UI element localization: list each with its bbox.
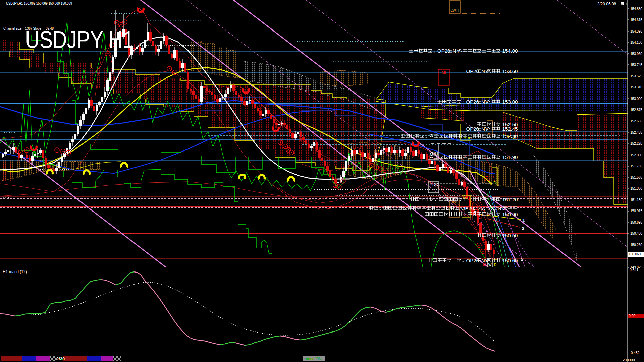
svg-text:153.090: 153.090 bbox=[630, 97, 642, 101]
svg-text:LML: LML bbox=[439, 70, 447, 75]
svg-text:W: W bbox=[488, 263, 492, 267]
svg-text:150.50: 150.50 bbox=[501, 233, 518, 238]
svg-text:0.00: 0.00 bbox=[629, 314, 636, 318]
svg-text:150.90: 150.90 bbox=[501, 212, 518, 217]
svg-text:152.220: 152.220 bbox=[630, 141, 642, 145]
svg-text:151.20: 151.20 bbox=[501, 197, 518, 202]
svg-text:YDH: YDH bbox=[464, 136, 472, 140]
svg-text:153.745: 153.745 bbox=[630, 63, 642, 67]
svg-text:153.310: 153.310 bbox=[630, 85, 642, 89]
svg-text:26: 26 bbox=[478, 205, 483, 211]
svg-text:152.000: 152.000 bbox=[630, 153, 642, 157]
svg-text:152.30: 152.30 bbox=[501, 133, 518, 139]
svg-text:150.915: 150.915 bbox=[630, 209, 642, 213]
svg-text:154.395: 154.395 bbox=[630, 29, 642, 33]
svg-text:H1 macd (12): H1 macd (12) bbox=[3, 269, 27, 274]
svg-text:2: 2 bbox=[522, 225, 524, 231]
svg-text:YDO: YDO bbox=[429, 151, 438, 156]
svg-text:D: D bbox=[493, 181, 496, 185]
svg-text:M: M bbox=[483, 263, 486, 267]
svg-text:153.60: 153.60 bbox=[501, 68, 518, 74]
svg-text:2/20: 2/20 bbox=[56, 356, 65, 361]
svg-text:200000: 200000 bbox=[623, 358, 635, 362]
svg-text:151.350: 151.350 bbox=[630, 186, 642, 190]
svg-text:USDJPY H1: USDJPY H1 bbox=[25, 26, 134, 53]
svg-text:152.435: 152.435 bbox=[630, 130, 642, 134]
svg-text:154.180: 154.180 bbox=[630, 40, 642, 44]
svg-text:OP20: OP20 bbox=[460, 205, 474, 211]
svg-text:YDC: YDC bbox=[430, 182, 438, 187]
svg-text:151.130: 151.130 bbox=[630, 198, 642, 202]
svg-text:1: 1 bbox=[522, 217, 525, 223]
svg-text:macd ON: macd ON bbox=[305, 357, 322, 361]
svg-text:153.525: 153.525 bbox=[630, 74, 642, 78]
svg-text:BWL: BWL bbox=[451, 200, 458, 204]
svg-text:D: D bbox=[494, 263, 496, 267]
svg-text:152.655: 152.655 bbox=[630, 119, 642, 123]
svg-text:150.260: 150.260 bbox=[630, 243, 642, 247]
svg-text:152.45: 152.45 bbox=[501, 126, 518, 132]
svg-text:154.00: 154.00 bbox=[501, 48, 518, 54]
svg-text:27: 27 bbox=[488, 205, 493, 211]
svg-text:2/20 06:08: 2/20 06:08 bbox=[597, 2, 618, 6]
svg-text:154.830: 154.830 bbox=[630, 7, 642, 11]
svg-text:151.565: 151.565 bbox=[630, 175, 642, 179]
svg-text:153.00: 153.00 bbox=[501, 99, 518, 105]
svg-text:0.541: 0.541 bbox=[630, 268, 638, 272]
svg-text:5: 5 bbox=[521, 256, 523, 262]
svg-text:150.069: 150.069 bbox=[629, 252, 641, 256]
svg-text:150.695: 150.695 bbox=[630, 220, 642, 224]
svg-text:LWH: LWH bbox=[450, 8, 459, 13]
svg-text:151.785: 151.785 bbox=[630, 164, 642, 168]
svg-text:-0.452: -0.452 bbox=[630, 351, 640, 355]
svg-text:151.90: 151.90 bbox=[501, 154, 518, 160]
svg-text:W: W bbox=[488, 132, 492, 136]
svg-text:152.875: 152.875 bbox=[630, 108, 642, 112]
svg-text:YDL: YDL bbox=[463, 196, 469, 200]
svg-text:150.480: 150.480 bbox=[630, 231, 642, 235]
svg-text:153.960: 153.960 bbox=[630, 52, 642, 56]
svg-text:150.00: 150.00 bbox=[501, 258, 518, 263]
svg-text:154.615: 154.615 bbox=[630, 18, 642, 22]
